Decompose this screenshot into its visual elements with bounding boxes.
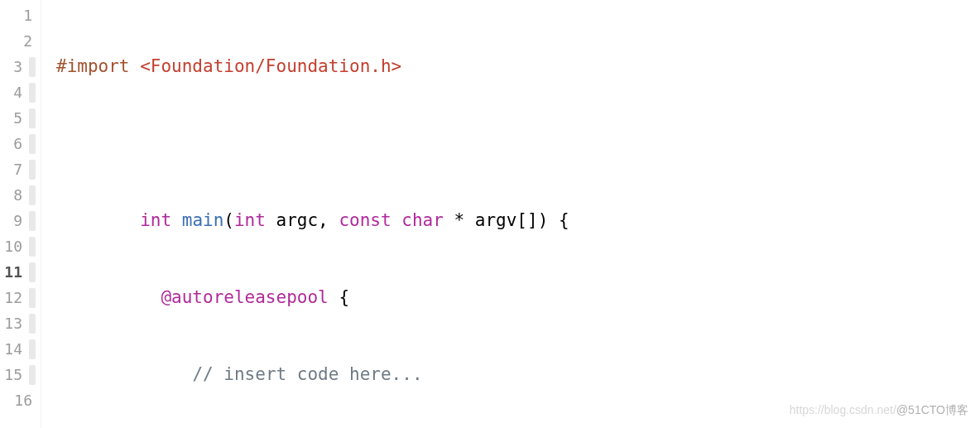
fold-indicator[interactable] [29,134,36,154]
code-line[interactable]: int main(int argc, const char * argv[]) … [56,208,980,233]
fold-indicator[interactable] [29,288,36,308]
line-number: 9 [13,208,26,233]
fold-indicator[interactable] [29,262,36,282]
line-number: 15 [4,362,26,387]
code-editor[interactable]: 1 2 3 4 5 6 7 8 9 10 11 12 13 14 15 16 #… [0,0,980,428]
keyword-token: int [140,210,182,230]
function-name-token: main [182,210,224,230]
fold-indicator[interactable] [29,339,36,359]
preprocessor-token: #import [56,56,140,76]
fold-indicator[interactable] [29,57,36,77]
fold-indicator[interactable] [29,211,36,231]
line-number: 13 [4,310,26,336]
line-number: 11 [4,259,26,285]
line-gutter: 1 2 3 4 5 6 7 8 9 10 11 12 13 14 15 16 [0,0,41,428]
keyword-token: int [234,210,276,230]
line-number: 6 [13,131,26,156]
keyword-token: @autoreleasepool [161,287,339,307]
fold-indicator[interactable] [29,365,36,385]
code-line[interactable] [56,131,980,156]
code-line[interactable]: #import <Foundation/Foundation.h> [56,54,980,79]
line-number: 10 [4,233,26,259]
import-path-token: <Foundation/Foundation.h> [140,56,401,76]
code-line[interactable]: @autoreleasepool { [56,285,980,310]
line-number: 8 [13,182,26,208]
line-number: 3 [13,54,26,79]
line-number: 5 [13,105,26,131]
watermark: https://blog.csdn.net/@51CTO博客 [790,397,968,423]
line-number: 1 [23,2,36,28]
line-number: 12 [4,285,26,310]
fold-indicator[interactable] [29,185,36,205]
keyword-token: char [401,210,454,230]
comment-token: // insert code here... [192,364,422,384]
code-area[interactable]: #import <Foundation/Foundation.h> int ma… [41,0,980,428]
keyword-token: const [339,210,401,230]
fold-indicator[interactable] [29,83,36,103]
line-number: 16 [14,387,36,413]
line-number: 4 [13,79,26,105]
code-line[interactable]: // insert code here... [56,362,980,387]
fold-indicator[interactable] [29,160,36,180]
fold-indicator[interactable] [29,314,36,334]
fold-indicator[interactable] [29,108,36,128]
watermark-url: https://blog.csdn.net/ [790,403,896,416]
line-number: 14 [4,336,26,362]
watermark-handle: @51CTO博客 [896,403,968,416]
fold-indicator[interactable] [29,237,36,257]
line-number: 7 [13,156,26,182]
line-number: 2 [23,28,36,54]
